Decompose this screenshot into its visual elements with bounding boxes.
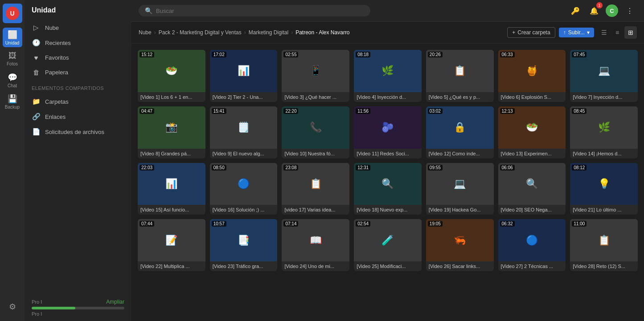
video-card[interactable]: 📋 23:08 [video 17] Varias idea... xyxy=(282,163,349,215)
video-duration: 06:06 xyxy=(500,165,515,171)
video-card[interactable]: 🔵 08:50 [Video 16] Solución ;) ... xyxy=(210,163,278,215)
sidebar-item-enlaces[interactable]: 🔗 Enlaces xyxy=(25,110,131,124)
video-card[interactable]: 💻 07:45 [Video 7] Inyección d... xyxy=(570,50,638,102)
breadcrumb-nube[interactable]: Nube xyxy=(139,29,152,36)
video-duration: 23:08 xyxy=(283,165,298,171)
video-thumbnail: 🦐 19:05 xyxy=(426,219,494,261)
sidebar-nav-backup[interactable]: 💾 Backup xyxy=(3,92,22,111)
video-title: [Video 23] Tráfico gra... xyxy=(210,261,278,271)
video-card[interactable]: 🔵 06:32 [Video 27] 2 Técnicas ... xyxy=(498,219,566,271)
video-thumbnail: 💻 07:45 xyxy=(570,50,638,92)
video-thumbnail: 🧪 02:54 xyxy=(354,219,422,261)
video-thumbnail: 🍯 06:33 xyxy=(498,50,566,92)
sidebar-item-recientes[interactable]: 🕐 Recientes xyxy=(25,36,131,50)
sidebar-item-papelera-label: Papelera xyxy=(45,69,68,76)
search-box[interactable]: 🔍 xyxy=(139,5,370,16)
video-card[interactable]: 🧪 02:54 [Video 25] Modificaci... xyxy=(354,219,422,271)
video-duration: 22:03 xyxy=(139,165,154,171)
storage-plan-label: Pro I xyxy=(32,311,124,317)
video-card[interactable]: 📑 10:57 [Video 23] Tráfico gra... xyxy=(210,219,278,271)
video-card[interactable]: 💻 09:55 [Video 19] Hackea Go... xyxy=(426,163,494,215)
video-card[interactable]: 🔍 06:06 [Video 20] SEO Nega... xyxy=(498,163,566,215)
breadcrumb-pack2[interactable]: Pack 2 - Marketing Digital y Ventas xyxy=(159,29,242,36)
sidebar-title: Unidad xyxy=(32,6,56,14)
video-title: [Video 5] ¿Qué es y p... xyxy=(426,92,494,102)
storage-bar-background xyxy=(32,307,124,309)
video-title: [Video 10] Nuestra fó... xyxy=(282,149,349,158)
video-card[interactable]: 📋 20:26 [Video 5] ¿Qué es y p... xyxy=(426,50,494,102)
upgrade-storage-button[interactable]: Ampliar xyxy=(106,299,124,305)
detail-view-button[interactable]: ≡ xyxy=(611,26,623,39)
sidebar-item-solicitudes[interactable]: 📄 Solicitudes de archivos xyxy=(25,125,131,139)
video-thumbnail: 🔵 08:50 xyxy=(210,163,278,205)
sidebar-item-nube-label: Nube xyxy=(45,24,59,31)
video-card[interactable]: 📱 02:55 [Video 3] ¿Qué hacer ... xyxy=(282,50,349,102)
video-title: [Video 4] Inyección d... xyxy=(354,92,422,102)
more-icon: ⋮ xyxy=(626,7,633,15)
video-card[interactable]: 🫐 11:56 [Video 11] Redes Soci... xyxy=(354,106,422,158)
sidebar-item-papelera[interactable]: 🗑 Papelera xyxy=(25,65,131,79)
settings-icon-btn[interactable]: ⚙ xyxy=(3,297,22,317)
video-card[interactable]: 🥗 15:12 [Video 1] Los 6 + 1 en... xyxy=(138,50,205,102)
video-thumbnail: 🥗 12:13 xyxy=(498,106,566,149)
app-logo[interactable]: U xyxy=(3,4,22,23)
upload-icon: ↑ xyxy=(563,29,566,36)
video-card[interactable]: 🌿 08:18 [Video 4] Inyección d... xyxy=(354,50,422,102)
video-title: [Video 6] Explosión S... xyxy=(498,92,566,102)
video-title: [Video 25] Modificaci... xyxy=(354,261,422,271)
video-card[interactable]: 🗒️ 15:41 [Video 9] El nuevo alg... xyxy=(210,106,278,158)
search-input[interactable] xyxy=(156,8,364,14)
video-thumbnail: 🔒 03:02 xyxy=(426,106,494,149)
sidebar-item-favoritos[interactable]: ♥ Favoritos xyxy=(25,51,131,65)
video-thumbnail: 🗒️ 15:41 xyxy=(210,106,278,149)
video-title: [Video 14] ¡Hemos d... xyxy=(570,149,638,158)
video-card[interactable]: 🌿 08:45 [Video 14] ¡Hemos d... xyxy=(570,106,638,158)
video-card[interactable]: 💡 08:12 [Video 21] Lo último ... xyxy=(570,163,638,215)
video-card[interactable]: 🥗 12:13 [Video 13] Experimen... xyxy=(498,106,566,158)
video-thumbnail: 📋 23:08 xyxy=(282,163,349,205)
video-card[interactable]: 🔍 12:31 [Video 18] Nuevo exp... xyxy=(354,163,422,215)
video-card[interactable]: 📊 17:02 [Video 2] Tier 2 - Una... xyxy=(210,50,278,102)
video-title: [Video 19] Hackea Go... xyxy=(426,205,494,215)
video-title: [Video 21] Lo último ... xyxy=(570,205,638,215)
sidebar-item-nube[interactable]: ▷ Nube xyxy=(25,20,131,35)
avatar-button[interactable]: C xyxy=(606,4,618,17)
video-card[interactable]: 🦐 19:05 [Video 26] Sacar links... xyxy=(426,219,494,271)
video-title: [video 17] Varias idea... xyxy=(282,205,349,215)
video-card[interactable]: 📊 22:03 [Video 15] Así funcio... xyxy=(138,163,205,215)
breadcrumb-patreon[interactable]: Patreon - Alex Navarro xyxy=(295,29,349,36)
sidebar-nav-unidad[interactable]: ⬜ Unidad xyxy=(3,28,22,47)
key-button[interactable]: 🔑 xyxy=(568,4,582,18)
create-folder-button[interactable]: + Crear carpeta xyxy=(507,27,555,38)
sidebar-nav-chat[interactable]: 💬 Chat xyxy=(3,70,22,90)
video-card[interactable]: 🔒 03:02 [Video 12] Como inde... xyxy=(426,106,494,158)
video-duration: 08:45 xyxy=(572,108,587,114)
video-duration: 02:55 xyxy=(283,52,298,57)
video-thumbnail: 💡 08:12 xyxy=(570,163,638,205)
sidebar-item-carpetas[interactable]: 📁 Carpetas xyxy=(25,94,131,109)
video-thumbnail: 📞 22:20 xyxy=(282,106,349,149)
upload-button[interactable]: ↑ Subir... ▾ xyxy=(559,28,594,37)
notification-area: 🔔 1 xyxy=(587,4,601,18)
main-content: 🔍 🔑 🔔 1 C ⋮ Nube › Pack 2 - Marketing xyxy=(131,0,644,321)
search-icon: 🔍 xyxy=(145,7,152,14)
heart-icon: ♥ xyxy=(32,54,41,61)
sidebar-nav-panel: Unidad ▷ Nube 🕐 Recientes ♥ Favoritos 🗑 … xyxy=(25,0,131,321)
more-options-button[interactable]: ⋮ xyxy=(623,4,637,18)
video-title: [Video 11] Redes Soci... xyxy=(354,149,422,158)
sidebar-item-solicitudes-label: Solicitudes de archivos xyxy=(45,129,104,135)
list-view-button[interactable]: ☰ xyxy=(598,26,610,39)
video-duration: 07:44 xyxy=(139,221,154,227)
video-title: [Video 27] 2 Técnicas ... xyxy=(498,261,566,271)
sidebar-nav-fotos[interactable]: 🖼 Fotos xyxy=(3,49,22,69)
video-card[interactable]: 🍯 06:33 [Video 6] Explosión S... xyxy=(498,50,566,102)
grid-view-button[interactable]: ⊞ xyxy=(624,26,637,39)
video-card[interactable]: 📞 22:20 [Video 10] Nuestra fó... xyxy=(282,106,349,158)
video-thumbnail: 📊 22:03 xyxy=(138,163,205,205)
avatar-letter: C xyxy=(610,8,614,14)
breadcrumb-marketing[interactable]: Marketing Digital xyxy=(249,29,288,36)
video-card[interactable]: 📸 04:47 [Video 8] Grandes pá... xyxy=(138,106,205,158)
video-card[interactable]: 📝 07:44 [Video 22] Multiplica ... xyxy=(138,219,205,271)
video-card[interactable]: 📖 07:14 [Video 24] Uno de mi... xyxy=(282,219,349,271)
video-card[interactable]: 📋 11:00 [Video 28] Reto (12) S... xyxy=(570,219,638,271)
